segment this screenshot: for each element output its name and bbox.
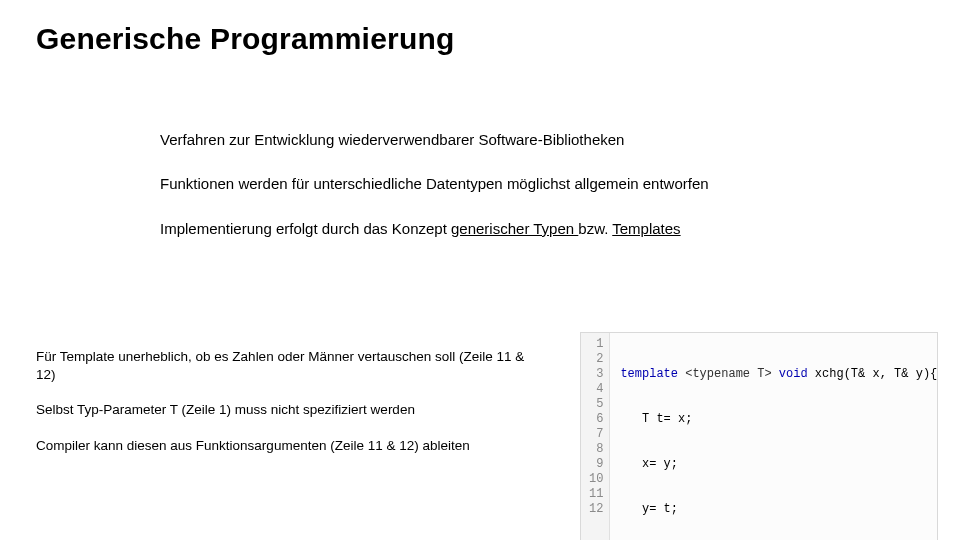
line-number: 4: [589, 382, 603, 397]
notes-column: Für Template unerheblich, ob es Zahlen o…: [36, 348, 536, 472]
code-text: <typename T>: [678, 367, 779, 381]
underline-generic-types: generischer Typen: [451, 220, 578, 237]
line-number: 12: [589, 502, 603, 517]
code-snippet: 1 2 3 4 5 6 7 8 9 10 11 12 template <typ…: [580, 332, 938, 540]
page-title: Generische Programmierung: [36, 22, 454, 56]
code-gutter: 1 2 3 4 5 6 7 8 9 10 11 12: [581, 333, 610, 540]
line-number: 5: [589, 397, 603, 412]
keyword: template: [620, 367, 678, 381]
line-number: 10: [589, 472, 603, 487]
line-number: 1: [589, 337, 603, 352]
code-body: template <typename T> void xchg(T& x, T&…: [610, 333, 945, 540]
bullet-item-2: Funktionen werden für unterschiedliche D…: [160, 174, 920, 194]
line-number: 2: [589, 352, 603, 367]
code-line-3: x= y;: [620, 457, 937, 472]
bullet-item-3: Implementierung erfolgt durch das Konzep…: [160, 219, 920, 239]
bullet-item-1: Verfahren zur Entwicklung wiederverwendb…: [160, 130, 920, 150]
code-line-1: template <typename T> void xchg(T& x, T&…: [620, 367, 937, 382]
line-number: 3: [589, 367, 603, 382]
slide: Generische Programmierung Verfahren zur …: [0, 0, 960, 540]
line-number: 6: [589, 412, 603, 427]
code-line-2: T t= x;: [620, 412, 937, 427]
line-number: 7: [589, 427, 603, 442]
code-text: xchg(T& x, T& y){: [808, 367, 938, 381]
line-number: 8: [589, 442, 603, 457]
text-fragment: bzw.: [578, 220, 612, 237]
code-line-4: y= t;: [620, 502, 937, 517]
bullet-list: Verfahren zur Entwicklung wiederverwendb…: [160, 130, 920, 263]
line-number: 11: [589, 487, 603, 502]
underline-templates: Templates: [612, 220, 680, 237]
note-2: Selbst Typ-Parameter T (Zeile 1) muss ni…: [36, 401, 536, 419]
keyword: void: [779, 367, 808, 381]
line-number: 9: [589, 457, 603, 472]
note-3: Compiler kann diesen aus Funktionsargume…: [36, 437, 536, 455]
text-fragment: Implementierung erfolgt durch das Konzep…: [160, 220, 451, 237]
note-1: Für Template unerheblich, ob es Zahlen o…: [36, 348, 536, 383]
